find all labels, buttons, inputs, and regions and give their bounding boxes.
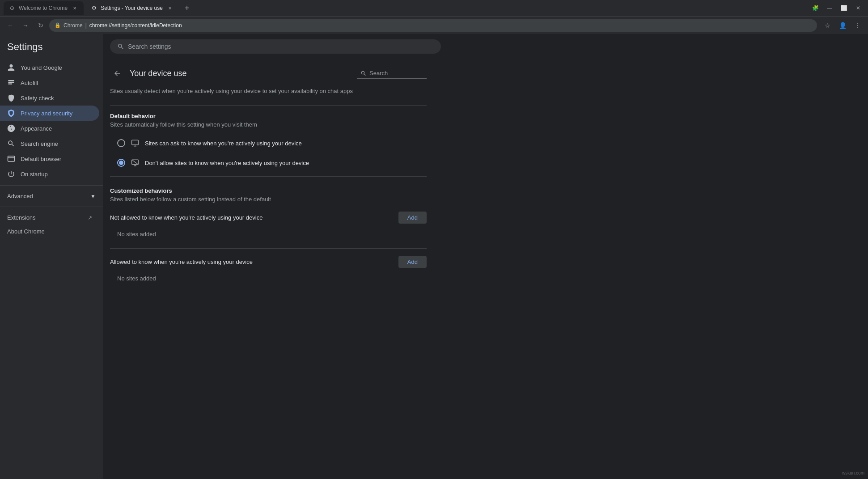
new-tab-button[interactable]: + bbox=[181, 2, 193, 14]
sidebar-item-on-startup-label: On startup bbox=[21, 171, 48, 178]
sidebar-item-appearance[interactable]: Appearance bbox=[0, 121, 99, 136]
address-bar[interactable]: 🔒 Chrome | chrome://settings/content/idl… bbox=[49, 19, 817, 32]
svg-rect-0 bbox=[8, 80, 14, 81]
sidebar-advanced-label: Advanced bbox=[7, 193, 33, 199]
sidebar-item-autofill-label: Autofill bbox=[21, 80, 38, 86]
title-bar: ⊙ Welcome to Chrome ✕ ⚙ Settings - Your … bbox=[0, 0, 868, 16]
option-allow[interactable]: Sites can ask to know when you're active… bbox=[110, 133, 427, 153]
search-input[interactable] bbox=[128, 43, 434, 50]
address-separator: | bbox=[85, 22, 87, 29]
sidebar-item-safety-check-label: Safety check bbox=[21, 95, 54, 102]
radio-block[interactable] bbox=[117, 159, 125, 167]
sidebar-item-about-chrome-label: About Chrome bbox=[7, 228, 45, 235]
sidebar-item-search-engine-label: Search engine bbox=[21, 140, 58, 147]
sidebar-item-safety-check[interactable]: Safety check bbox=[0, 90, 99, 106]
nav-bar-right: ☆ 👤 ⋮ bbox=[821, 19, 864, 32]
allow-device-icon bbox=[131, 139, 140, 148]
customized-desc: Sites listed below follow a custom setti… bbox=[110, 196, 427, 208]
minimize-button[interactable]: — bbox=[823, 2, 836, 14]
block-device-icon bbox=[131, 158, 140, 167]
sidebar-divider bbox=[0, 185, 103, 186]
address-url: chrome://settings/content/idleDetection bbox=[89, 22, 182, 29]
no-sites-allowed: No sites added bbox=[110, 271, 427, 289]
radio-allow[interactable] bbox=[117, 139, 125, 147]
settings-content: Your device use Sites usually detect whe… bbox=[103, 34, 868, 479]
divider-3 bbox=[110, 248, 427, 249]
sidebar-advanced[interactable]: Advanced ▼ bbox=[0, 189, 103, 203]
page-description: Sites usually detect when you're activel… bbox=[110, 84, 427, 102]
external-link-icon: ↗ bbox=[88, 215, 92, 221]
tab-settings-label: Settings - Your device use bbox=[101, 5, 163, 11]
sidebar-item-autofill[interactable]: Autofill bbox=[0, 75, 99, 90]
option-block[interactable]: Don't allow sites to know when you're ac… bbox=[110, 153, 427, 173]
tab-welcome[interactable]: ⊙ Welcome to Chrome ✕ bbox=[4, 1, 84, 15]
sidebar-item-you-google[interactable]: You and Google bbox=[0, 60, 99, 75]
svg-rect-4 bbox=[8, 156, 15, 161]
person-icon bbox=[7, 64, 15, 72]
page-search-icon bbox=[360, 70, 367, 76]
customized-header: Customized behaviors bbox=[110, 184, 427, 196]
sidebar-item-privacy-security[interactable]: Privacy and security bbox=[0, 106, 99, 121]
sidebar-item-on-startup[interactable]: On startup bbox=[0, 166, 99, 182]
tab-welcome-icon: ⊙ bbox=[9, 5, 15, 11]
extensions-icon[interactable]: 🧩 bbox=[809, 2, 821, 14]
divider-2 bbox=[110, 176, 427, 177]
maximize-button[interactable]: ⬜ bbox=[838, 2, 850, 14]
sidebar-title: Settings bbox=[0, 41, 103, 60]
tab-welcome-label: Welcome to Chrome bbox=[19, 5, 68, 11]
tab-settings-close[interactable]: ✕ bbox=[166, 4, 174, 12]
menu-button[interactable]: ⋮ bbox=[851, 19, 864, 32]
profile-button[interactable]: 👤 bbox=[836, 19, 849, 32]
allowed-label: Allowed to know when you're actively usi… bbox=[110, 259, 253, 265]
svg-rect-6 bbox=[132, 140, 139, 145]
tab-settings[interactable]: ⚙ Settings - Your device use ✕ bbox=[85, 1, 179, 15]
page-header: Your device use bbox=[110, 59, 427, 84]
back-button[interactable]: ← bbox=[4, 19, 17, 32]
sidebar-item-about-chrome[interactable]: About Chrome bbox=[0, 225, 99, 238]
sidebar-divider-2 bbox=[0, 207, 103, 207]
star-button[interactable]: ☆ bbox=[821, 19, 834, 32]
add-not-allowed-button[interactable]: Add bbox=[398, 212, 427, 224]
search-bar bbox=[110, 39, 441, 54]
browser-icon bbox=[7, 155, 15, 163]
sidebar-item-extensions-label: Extensions bbox=[7, 214, 36, 221]
forward-button[interactable]: → bbox=[19, 19, 32, 32]
add-allowed-button[interactable]: Add bbox=[398, 256, 427, 268]
close-button[interactable]: ✕ bbox=[852, 2, 864, 14]
allowed-row: Allowed to know when you're actively usi… bbox=[110, 252, 427, 271]
address-lock-icon: 🔒 bbox=[55, 22, 61, 28]
option-block-label: Don't allow sites to know when you're ac… bbox=[145, 160, 309, 166]
option-allow-label: Sites can ask to know when you're active… bbox=[145, 140, 302, 147]
default-behavior-desc: Sites automatically follow this setting … bbox=[110, 121, 427, 133]
tab-welcome-close[interactable]: ✕ bbox=[71, 4, 78, 12]
page-title: Your device use bbox=[130, 69, 351, 78]
search-bar-icon bbox=[117, 43, 124, 50]
divider-1 bbox=[110, 105, 427, 106]
sidebar-item-default-browser-label: Default browser bbox=[21, 156, 61, 162]
reload-button[interactable]: ↻ bbox=[34, 19, 47, 32]
appearance-icon bbox=[7, 124, 15, 132]
autofill-icon bbox=[7, 79, 15, 87]
customized-behaviors-section: Customized behaviors Sites listed below … bbox=[110, 180, 427, 292]
shield-icon bbox=[7, 94, 15, 102]
tab-settings-icon: ⚙ bbox=[91, 5, 97, 11]
sidebar-item-you-google-label: You and Google bbox=[21, 64, 62, 71]
sidebar-item-appearance-label: Appearance bbox=[21, 125, 52, 132]
sidebar-item-search-engine[interactable]: Search engine bbox=[0, 136, 99, 151]
not-allowed-label: Not allowed to know when you're actively… bbox=[110, 214, 263, 221]
page-search bbox=[357, 68, 427, 79]
search-icon bbox=[7, 140, 15, 148]
no-sites-not-allowed: No sites added bbox=[110, 227, 427, 245]
sidebar: Settings You and Google Autofill bbox=[0, 34, 103, 479]
svg-rect-2 bbox=[8, 84, 12, 85]
sidebar-item-privacy-security-label: Privacy and security bbox=[21, 110, 72, 117]
page-content: Your device use Sites usually detect whe… bbox=[103, 59, 434, 292]
search-bar-wrap bbox=[103, 34, 868, 59]
page-back-button[interactable] bbox=[110, 66, 124, 81]
page-search-input[interactable] bbox=[369, 70, 423, 76]
sidebar-item-extensions[interactable]: Extensions ↗ bbox=[0, 211, 99, 225]
svg-line-12 bbox=[132, 160, 138, 164]
browser-frame: ⊙ Welcome to Chrome ✕ ⚙ Settings - Your … bbox=[0, 0, 868, 479]
sidebar-item-default-browser[interactable]: Default browser bbox=[0, 151, 99, 166]
default-behavior-section: Default behavior Sites automatically fol… bbox=[110, 109, 427, 173]
